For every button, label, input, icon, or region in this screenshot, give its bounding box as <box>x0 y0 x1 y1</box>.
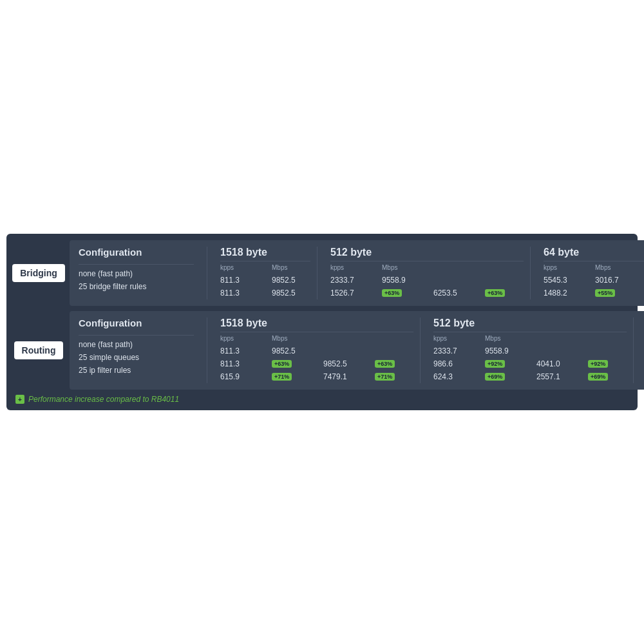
bridging-1518-col: 1518 byte kpps Mbps 811.3 9852.5 811.3 <box>207 247 317 299</box>
routing-1518-mbps-label: Mbps <box>272 335 310 342</box>
routing-section: Routing Configuration none (fast path) 2… <box>13 311 631 390</box>
routing-config-header: Configuration <box>79 317 194 332</box>
routing-1518-row-2: 615.9+71% 7479.1+71% <box>220 370 413 383</box>
routing-512-row-0: 2333.7 9558.9 <box>433 345 627 357</box>
bridging-512-mbps-label: Mbps <box>382 264 421 271</box>
routing-512-col: 512 byte kpps Mbps 2333.7 9558.9 986.6+9 <box>421 317 634 383</box>
b-512-kpps-1: 1526.7 <box>330 289 363 298</box>
r-1518-mbps-0: 9852.5 <box>272 346 304 355</box>
r-512-kpps-badge-1: +92% <box>485 360 505 368</box>
bridging-config-row-0: none (fast path) <box>79 267 194 280</box>
bridging-config-header: Configuration <box>79 247 194 261</box>
routing-label-wrap: Routing <box>13 311 64 390</box>
r-512-mbps-badge-2: +69% <box>588 373 608 381</box>
footer-text: Performance increase compared to RB4011 <box>28 395 179 404</box>
r-512-kpps-badge-2: +69% <box>485 373 505 381</box>
b-512-mbps-1: 6253.5 <box>433 289 466 298</box>
routing-512-kpps-label: kpps <box>433 335 472 342</box>
r-512-kpps-0: 2333.7 <box>433 346 466 355</box>
routing-1518-col: 1518 byte kpps Mbps 811.3 9852.5 811.3+6 <box>207 317 421 383</box>
r-1518-kpps-0: 811.3 <box>220 346 252 355</box>
bridging-64-col: 64 byte kpps Mbps 5545.3 3016.7 1488.2+5 <box>531 247 644 299</box>
bridging-section: Bridging Configuration none (fast path) … <box>13 240 631 306</box>
r-1518-mbps-1: 9852.5 <box>323 359 355 368</box>
routing-512-mbps-label: Mbps <box>485 335 524 342</box>
bridging-config-col: Configuration none (fast path) 25 bridge… <box>79 247 207 299</box>
bridging-label: Bridging <box>12 264 65 282</box>
bridging-1518-row-1: 811.3 9852.5 <box>220 287 310 299</box>
b-512-kpps-badge-1: +63% <box>382 289 402 297</box>
footer-note: + Performance increase compared to RB401… <box>13 395 631 404</box>
r-1518-kpps-1: 811.3 <box>220 359 252 368</box>
routing-label: Routing <box>14 341 64 359</box>
r-512-mbps-1: 4041.0 <box>536 359 569 368</box>
bridging-content: Configuration none (fast path) 25 bridge… <box>70 240 644 306</box>
bridging-512-col: 512 byte kpps Mbps 2333.7 9558.9 1526.7+ <box>317 247 531 299</box>
routing-64-col: 64 byte kpps Mbps 4296.0 2337.0 1001.1+8 <box>634 317 644 383</box>
routing-content: Configuration none (fast path) 25 simple… <box>70 311 644 390</box>
routing-512-row-1: 986.6+92% 4041.0+92% <box>433 357 627 370</box>
routing-config-row-0: none (fast path) <box>79 338 194 351</box>
bridging-columns: Configuration none (fast path) 25 bridge… <box>79 247 644 299</box>
b-64-kpps-1: 1488.2 <box>544 289 576 298</box>
b-1518-mbps-0: 9852.5 <box>272 276 304 285</box>
bridging-64-kpps-label: kpps <box>544 264 582 271</box>
plus-icon: + <box>15 395 24 404</box>
bridging-64-row-1: 1488.2+55% 809.6+55% <box>544 287 644 299</box>
b-64-mbps-0: 3016.7 <box>595 276 627 285</box>
r-1518-mbps-2: 7479.1 <box>323 372 355 381</box>
r-512-mbps-badge-1: +92% <box>588 360 608 368</box>
routing-512-row-2: 624.3+69% 2557.1+69% <box>433 370 627 383</box>
bridging-512-kpps-label: kpps <box>330 264 369 271</box>
r-512-kpps-1: 986.6 <box>433 359 466 368</box>
bridging-1518-row-0: 811.3 9852.5 <box>220 274 310 287</box>
routing-1518-header: 1518 byte <box>220 317 413 329</box>
bridging-512-row-0: 2333.7 9558.9 <box>330 274 524 287</box>
r-512-mbps-0: 9558.9 <box>485 346 517 355</box>
routing-config-row-2: 25 ip filter rules <box>79 364 194 377</box>
r-512-mbps-2: 2557.1 <box>536 372 569 381</box>
r-1518-kpps-2: 615.9 <box>220 372 252 381</box>
bridging-label-wrap: Bridging <box>13 240 64 306</box>
b-1518-kpps-0: 811.3 <box>220 276 252 285</box>
bridging-64-header: 64 byte <box>544 247 644 258</box>
routing-512-header: 512 byte <box>433 317 627 329</box>
r-1518-kpps-badge-2: +71% <box>272 373 292 381</box>
bridging-64-mbps-label: Mbps <box>595 264 634 271</box>
b-512-mbps-0: 9558.9 <box>382 276 414 285</box>
r-512-kpps-2: 624.3 <box>433 372 466 381</box>
bridging-1518-kpps-label: kpps <box>220 264 259 271</box>
r-1518-kpps-badge-1: +63% <box>272 360 292 368</box>
routing-config-col: Configuration none (fast path) 25 simple… <box>79 317 207 383</box>
b-512-kpps-0: 2333.7 <box>330 276 363 285</box>
routing-1518-kpps-label: kpps <box>220 335 259 342</box>
b-1518-mbps-1: 9852.5 <box>272 289 304 298</box>
r-1518-mbps-badge-2: +71% <box>375 373 395 381</box>
bridging-1518-mbps-label: Mbps <box>272 264 310 271</box>
b-512-mbps-badge-1: +63% <box>485 289 505 297</box>
routing-config-row-1: 25 simple queues <box>79 351 194 364</box>
bridging-512-row-1: 1526.7+63% 6253.5+63% <box>330 287 524 299</box>
b-1518-kpps-1: 811.3 <box>220 289 252 298</box>
main-container: Bridging Configuration none (fast path) … <box>6 234 638 410</box>
bridging-64-row-0: 5545.3 3016.7 <box>544 274 644 287</box>
r-1518-mbps-badge-1: +63% <box>375 360 395 368</box>
bridging-config-row-1: 25 bridge filter rules <box>79 280 194 293</box>
bridging-1518-header: 1518 byte <box>220 247 310 258</box>
b-64-kpps-badge-1: +55% <box>595 289 615 297</box>
routing-1518-row-0: 811.3 9852.5 <box>220 345 413 357</box>
routing-1518-row-1: 811.3+63% 9852.5+63% <box>220 357 413 370</box>
b-64-kpps-0: 5545.3 <box>544 276 576 285</box>
routing-columns: Configuration none (fast path) 25 simple… <box>79 317 644 383</box>
bridging-512-header: 512 byte <box>330 247 524 258</box>
